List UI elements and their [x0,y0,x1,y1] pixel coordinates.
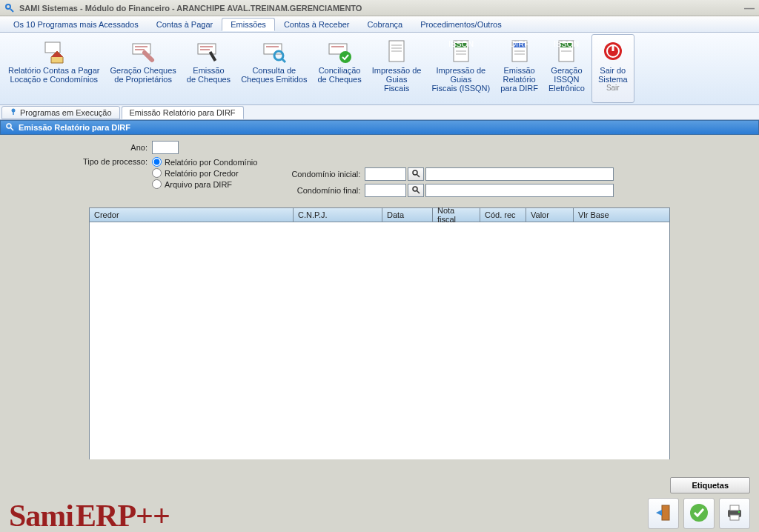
tab-label: Programas em Execução [20,108,112,117]
cond-ini-search-button[interactable] [408,167,424,181]
doc-icon [383,38,410,64]
radio-label: Relatório por Credor [165,169,239,178]
radio-credor[interactable]: Relatório por Credor [152,168,257,178]
svg-point-40 [12,109,16,113]
logo-sub: ERP++ [76,499,170,532]
print-button[interactable] [719,498,750,529]
tool-label: Fiscais [384,84,409,93]
svg-rect-12 [264,44,282,54]
tool-label: Guias [450,75,471,84]
menu-emissoes[interactable]: Emissões [222,18,275,31]
svg-line-47 [417,191,420,194]
tool-sub: Sair [606,84,620,92]
menu-programas[interactable]: Os 10 Programas mais Acessados [4,18,148,31]
tool-label: Sair do [600,66,626,75]
tool-label: Sistema [598,75,628,84]
cond-ini-code-input[interactable] [365,167,406,181]
radio-condominio-input[interactable] [152,157,162,167]
tipo-label: Tipo de processo: [7,157,152,166]
confirm-button[interactable] [683,498,715,529]
radio-credor-input[interactable] [152,168,162,178]
printer-icon [724,502,745,525]
svg-text:ISSQN: ISSQN [448,39,474,48]
svg-marker-49 [656,510,662,516]
menubar: Os 10 Programas mais Acessados Contas à … [0,16,759,33]
cheque-magnifier-icon [261,38,288,64]
col-data[interactable]: Data [382,208,433,222]
tab-dirf[interactable]: Emissão Relatório para DIRF [122,106,244,119]
radio-label: Relatório por Condomínio [165,158,257,167]
logo-text: Sami [9,499,73,532]
col-valor[interactable]: Valor [526,208,574,222]
col-cnpj[interactable]: C.N.P.J. [294,208,382,222]
cond-fin-label: Condomínio final: [287,186,365,195]
tool-label: Relatório Contas a Pagar [8,66,100,75]
svg-line-1 [10,9,13,12]
menu-procedimentos[interactable]: Procedimentos/Outros [411,18,510,31]
menu-cobranca[interactable]: Cobrança [359,18,412,31]
tool-label: de Proprietários [114,75,172,84]
tool-emissao-cheques[interactable]: Emissãode Cheques [182,34,236,103]
cheque-check-icon [326,38,353,64]
svg-point-18 [339,51,351,63]
tool-label: Geração Cheques [110,66,176,75]
svg-point-54 [738,511,740,513]
grid-header: Credor C.N.P.J. Data Nota fiscal Cód. re… [90,208,669,222]
svg-point-42 [7,124,11,128]
data-grid[interactable]: Credor C.N.P.J. Data Nota fiscal Cód. re… [89,207,670,459]
panel-header: Emissão Relatório para DIRF [0,120,759,135]
tool-label: Emissão [504,66,535,75]
cond-ini-label: Condomínio inicial: [287,170,365,179]
tool-guias-fiscais[interactable]: Impressão deGuiasFiscais [367,34,427,103]
cond-fin-name-input[interactable] [425,184,614,197]
tool-label: de Cheques [317,75,361,84]
cond-fin-code-input[interactable] [365,184,406,197]
tool-exit[interactable]: Sair doSistema Sair [591,34,634,103]
cheque-pen-icon [195,38,222,64]
tool-emissao-dirf[interactable]: DIRF EmissãoRelatóriopara DIRF [495,34,543,103]
tool-label: ISSQN [554,75,579,84]
tool-label: Relatório [503,75,536,84]
svg-line-45 [417,175,420,178]
svg-point-44 [413,170,417,175]
menu-contas-pagar[interactable]: Contas à Pagar [148,18,222,31]
svg-line-43 [11,128,14,131]
cond-fin-search-button[interactable] [408,184,424,197]
magnifier-icon [411,169,420,179]
tool-conciliacao[interactable]: Conciliaçãode Cheques [312,34,366,103]
col-credor[interactable]: Credor [90,208,294,222]
etiquetas-button[interactable]: Etiquetas [670,477,750,493]
magnifier-icon [5,122,14,133]
svg-rect-5 [133,44,150,54]
minimize-button[interactable]: — [744,2,755,14]
radio-label: Arquivo para DIRF [165,180,232,189]
col-vlrbase[interactable]: Vlr Base [574,208,669,222]
ano-input[interactable] [152,141,179,154]
radio-arquivo-input[interactable] [152,179,162,189]
tool-geracao-cheques[interactable]: Geração Chequesde Proprietários [105,34,182,103]
radio-arquivo[interactable]: Arquivo para DIRF [152,179,257,189]
tool-relatorio-contas[interactable]: Relatório Contas a PagarLocação e Condom… [3,34,105,103]
magnifier-icon [411,185,420,196]
panel-title: Emissão Relatório para DIRF [19,123,130,132]
grid-wrap: Credor C.N.P.J. Data Nota fiscal Cód. re… [89,207,670,459]
menu-contas-receber[interactable]: Contas à Receber [275,18,359,31]
tool-label: Cheques Emitidos [241,75,307,84]
col-nota[interactable]: Nota fiscal [433,208,480,222]
pin-icon [10,108,17,117]
tab-programas[interactable]: Programas em Execução [1,106,120,119]
tool-consulta-cheques[interactable]: Consulta deCheques Emitidos [236,34,312,103]
form-area: Ano: Tipo de processo: Relatório por Con… [0,135,759,203]
tool-geracao-issqn[interactable]: ISSQN GeraçãoISSQNEletrônico [543,34,590,103]
window-title: SAMI Sistemas - Módulo do Financeiro - A… [19,4,744,13]
tool-label: Emissão [193,66,224,75]
tool-label: Eletrônico [548,84,585,93]
tool-label: Consulta de [252,66,296,75]
doc-issqn-icon: ISSQN [448,38,474,64]
exit-button[interactable] [648,498,679,529]
col-codrec[interactable]: Cód. rec [480,208,526,222]
radio-condominio[interactable]: Relatório por Condomínio [152,157,257,167]
toolbar: Relatório Contas a PagarLocação e Condom… [0,33,759,105]
cond-ini-name-input[interactable] [425,167,614,181]
tool-guias-issqn[interactable]: ISSQN Impressão deGuiasFiscais (ISSQN) [426,34,495,103]
